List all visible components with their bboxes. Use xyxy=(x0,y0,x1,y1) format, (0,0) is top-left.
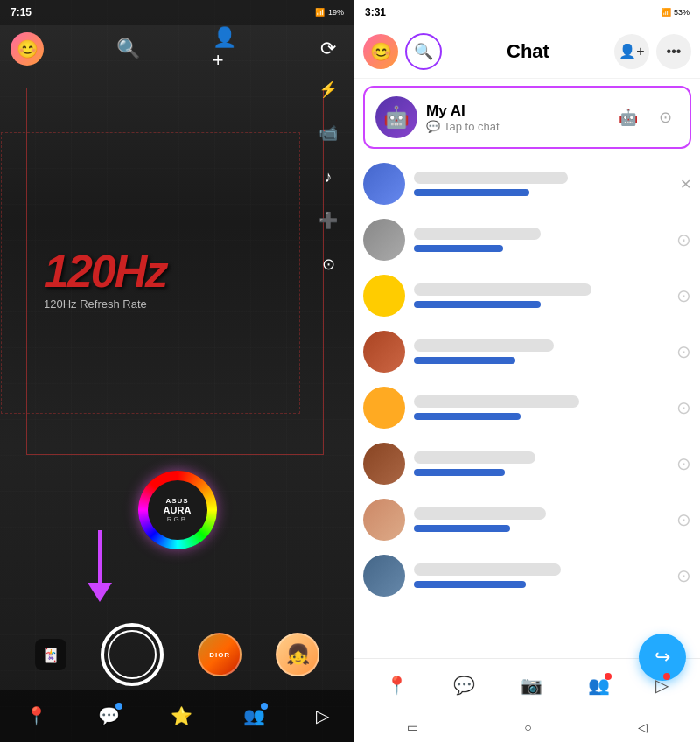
right-time: 3:31 xyxy=(365,6,386,18)
chat-name-1 xyxy=(414,172,568,184)
dior-lens[interactable]: DIOR xyxy=(198,633,242,676)
camera-bottom-bar: 🃏 DIOR 👧 xyxy=(0,620,354,690)
arrow-indicator xyxy=(88,530,112,602)
search-icon-header: 🔍 xyxy=(414,42,433,61)
aura-rgb-text: RGB xyxy=(167,515,187,523)
chat-preview-7 xyxy=(414,525,510,532)
add-friend-icon: 👤+ xyxy=(619,43,644,60)
camera-icon-7[interactable]: ⊙ xyxy=(676,509,691,530)
right-panel: 3:31 📶 53% 😊 🔍 Chat 👤+ ••• 🤖 My AI 💬 Tap… xyxy=(354,0,700,742)
arrow-head xyxy=(88,583,112,602)
chat-name-5 xyxy=(414,396,579,408)
chat-preview-5 xyxy=(414,413,521,420)
arrow-shaft xyxy=(98,530,102,583)
left-status-icons: 📶 19% xyxy=(315,8,344,17)
aura-container: ASUS AURA RGB xyxy=(138,471,217,550)
ai-name: My AI xyxy=(426,102,606,120)
chat-name-6 xyxy=(414,452,536,464)
right-status-icons: 📶 53% xyxy=(662,8,690,17)
chat-item-6[interactable]: ⊙ xyxy=(363,436,691,492)
chat-info-3 xyxy=(414,284,668,308)
aura-ring: ASUS AURA RGB xyxy=(138,471,217,550)
add-friend-button[interactable]: 👤+ xyxy=(614,34,649,69)
right-side-toolbar: ⚡ 📹 ♪ ➕ ⊙ xyxy=(312,74,344,280)
chat-name-4 xyxy=(414,340,554,352)
send-dot-right xyxy=(663,673,670,680)
send-nav-icon[interactable]: ▷ xyxy=(316,705,329,726)
camera-icon-8[interactable]: ⊙ xyxy=(676,565,691,586)
right-status-bar: 3:31 📶 53% xyxy=(354,0,700,24)
map-nav-right[interactable]: 📍 xyxy=(386,675,408,696)
android-nav-bar: ▭ ○ ◁ xyxy=(354,710,700,742)
chat-preview-3 xyxy=(414,301,541,308)
left-top-toolbar: 😊 🔍 👤+ ⟳ xyxy=(0,24,354,74)
chat-nav-icon[interactable]: 💬 xyxy=(98,705,120,726)
user-avatar-left[interactable]: 😊 xyxy=(10,32,44,66)
add-friend-icon[interactable]: 👤+ xyxy=(213,33,244,65)
compose-icon: ↪ xyxy=(654,646,670,668)
chat-item-7[interactable]: ⊙ xyxy=(363,492,691,548)
friends-nav-icon[interactable]: 👥 xyxy=(243,705,265,726)
chat-item-8[interactable]: ⊙ xyxy=(363,548,691,604)
close-icon-1[interactable]: ✕ xyxy=(680,176,691,192)
chat-avatar-3 xyxy=(363,275,405,317)
ai-subtitle: 💬 Tap to chat xyxy=(426,120,606,133)
chat-avatar-5 xyxy=(363,387,405,429)
wifi-icon: 📶 xyxy=(662,8,671,17)
more-options-button[interactable]: ••• xyxy=(656,34,691,69)
chat-item-3[interactable]: ⊙ xyxy=(363,268,691,324)
aura-inner: ASUS AURA RGB xyxy=(148,480,207,540)
chat-item-5[interactable]: ⊙ xyxy=(363,380,691,436)
my-ai-card[interactable]: 🤖 My AI 💬 Tap to chat 🤖 ⊙ xyxy=(363,86,691,149)
camera-icon-2[interactable]: ⊙ xyxy=(676,229,691,250)
aura-brand-text: ASUS xyxy=(165,497,188,505)
chat-preview-1 xyxy=(414,189,529,196)
cards-icon[interactable]: 🃏 xyxy=(35,639,66,670)
flash-icon[interactable]: ⚡ xyxy=(312,74,344,105)
plus-icon[interactable]: ➕ xyxy=(312,205,344,236)
lens-icon[interactable]: ⊙ xyxy=(312,248,344,280)
spotlight-nav-icon[interactable]: ⭐ xyxy=(171,705,192,726)
camera-icon-6[interactable]: ⊙ xyxy=(676,453,691,474)
header-user-avatar[interactable]: 😊 xyxy=(363,34,398,69)
chat-info-5 xyxy=(414,396,668,420)
chat-item-2[interactable]: ⊙ xyxy=(363,212,691,268)
battery-text: 19% xyxy=(328,8,344,17)
ai-bot-icon[interactable]: 🤖 xyxy=(614,103,642,131)
search-icon[interactable]: 🔍 xyxy=(112,33,144,65)
android-recents-btn[interactable]: ▭ xyxy=(407,720,418,734)
chat-info-4 xyxy=(414,340,668,364)
chat-preview-6 xyxy=(414,469,505,476)
left-time: 7:15 xyxy=(10,6,32,18)
camera-icon-5[interactable]: ⊙ xyxy=(676,397,691,418)
friends-notification-dot xyxy=(261,703,268,710)
shutter-button[interactable] xyxy=(101,623,164,686)
chat-nav-right[interactable]: 💬 xyxy=(453,675,475,696)
avatar-lens[interactable]: 👧 xyxy=(276,633,319,676)
chat-info-8 xyxy=(414,564,668,588)
ai-camera-icon[interactable]: ⊙ xyxy=(651,103,679,131)
left-nav-bar: 📍 💬 ⭐ 👥 ▷ xyxy=(0,690,354,742)
ai-actions: 🤖 ⊙ xyxy=(614,103,679,131)
send-nav-right[interactable]: ▷ xyxy=(655,675,668,696)
friends-nav-right[interactable]: 👥 xyxy=(588,675,610,696)
search-button[interactable]: 🔍 xyxy=(405,33,442,70)
ai-info: My AI 💬 Tap to chat xyxy=(426,102,606,133)
chat-item-4[interactable]: ⊙ xyxy=(363,324,691,380)
video-icon[interactable]: 📹 xyxy=(312,117,344,149)
battery-right-text: 53% xyxy=(674,8,690,17)
camera-icon-4[interactable]: ⊙ xyxy=(676,341,691,362)
camera-nav-right[interactable]: 📷 xyxy=(521,675,542,696)
camera-icon-3[interactable]: ⊙ xyxy=(676,285,691,306)
chat-avatar-1 xyxy=(363,163,405,205)
chat-info-2 xyxy=(414,228,668,252)
ai-avatar: 🤖 xyxy=(375,96,417,138)
chat-name-3 xyxy=(414,284,592,296)
chat-item-1[interactable]: ✕ xyxy=(363,156,691,212)
map-nav-icon[interactable]: 📍 xyxy=(25,705,47,726)
android-home-btn[interactable]: ○ xyxy=(524,720,531,734)
hz-text: 120Hz xyxy=(44,245,166,298)
music-icon[interactable]: ♪ xyxy=(312,161,344,192)
rotate-icon[interactable]: ⟳ xyxy=(312,33,344,65)
android-back-btn[interactable]: ◁ xyxy=(638,720,648,734)
